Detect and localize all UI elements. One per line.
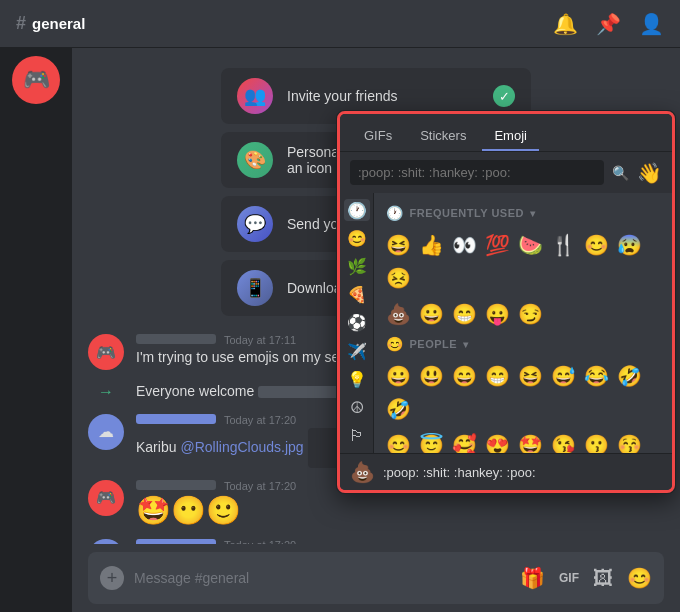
emoji-sweat[interactable]: 😰	[613, 229, 645, 261]
emoji-smirk[interactable]: 😏	[514, 298, 546, 330]
avatar-4: ☁	[88, 539, 124, 544]
emoji-picker-inner: GIFs Stickers Emoji 🔍 👋 🕐	[337, 111, 675, 493]
cat-symbols[interactable]: ☮	[344, 397, 370, 419]
e-grin[interactable]: 😁	[481, 360, 513, 392]
e-smiley[interactable]: 😃	[415, 360, 447, 392]
emoji-poop[interactable]: 💩	[382, 298, 414, 330]
emoji-search-bar: 🔍 👋	[340, 152, 672, 193]
header: # general 🔔 📌 👤	[0, 0, 680, 48]
e-laugh[interactable]: 😆	[514, 360, 546, 392]
message-input-bar: + Message #general 🎁 GIF 🖼 😊	[88, 552, 664, 604]
arrow-icon: →	[88, 383, 124, 401]
e-star-struck[interactable]: 🤩	[514, 429, 546, 453]
emoji-watermelon[interactable]: 🍉	[514, 229, 546, 261]
wave-emoji: 👋	[637, 161, 662, 185]
e-blush[interactable]: 😊	[382, 429, 414, 453]
tooltip-emoji-icon: 💩	[350, 460, 375, 484]
emoji-persevere[interactable]: 😣	[382, 262, 414, 294]
message-input[interactable]: Message #general	[134, 570, 510, 586]
cat-food[interactable]: 🍕	[344, 284, 370, 306]
server-panel: 🎮	[0, 48, 72, 612]
section-people: 😊 PEOPLE ▾	[382, 334, 664, 354]
emoji-icon[interactable]: 😊	[627, 566, 652, 590]
members-icon[interactable]: 👤	[639, 12, 664, 36]
emoji-fork[interactable]: 🍴	[547, 229, 579, 261]
checkmark-0: ✓	[493, 85, 515, 107]
emoji-picker-body: 🕐 😊 🌿 🍕 ⚽ ✈️ 💡 ☮ 🏳	[340, 193, 672, 453]
section-label-frequent: FREQUENTLY USED	[410, 207, 524, 219]
emoji-search-input[interactable]	[350, 160, 604, 185]
e-heart-eyes[interactable]: 😍	[481, 429, 513, 453]
section-chevron-frequent[interactable]: ▾	[530, 208, 536, 219]
emoji-tongue-out[interactable]: 😛	[481, 298, 513, 330]
tab-stickers[interactable]: Stickers	[408, 122, 478, 151]
msg-time-3: Today at 17:20	[224, 480, 296, 492]
e-rofl[interactable]: 🤣	[613, 360, 645, 392]
big-emoji-3: 🤩😶🙂	[136, 494, 664, 527]
emoji-grin[interactable]: 😀	[415, 298, 447, 330]
channel-name: # general	[16, 13, 85, 34]
welcome-icon-friends: 👥	[237, 78, 273, 114]
emoji-100[interactable]: 💯	[481, 229, 513, 261]
cat-nature[interactable]: 🌿	[344, 255, 370, 277]
emoji-eyes[interactable]: 👀	[448, 229, 480, 261]
username-karibu	[136, 414, 216, 424]
tab-gifs[interactable]: GIFs	[352, 122, 404, 151]
channel-title: general	[32, 15, 85, 32]
section-label-people: PEOPLE	[410, 338, 458, 350]
cat-flags[interactable]: 🏳	[344, 425, 370, 447]
people-row-2: 😊 😇 🥰 😍 🤩 😘 😗 😚 😙	[382, 429, 664, 453]
tab-emoji[interactable]: Emoji	[482, 122, 539, 151]
msg-content-4: Today at 17:20 😜	[136, 539, 664, 544]
attach-button[interactable]: +	[100, 566, 124, 590]
e-kissing-heart[interactable]: 😘	[547, 429, 579, 453]
people-row-1: 😀 😃 😄 😁 😆 😅 😂 🤣 🤣	[382, 360, 664, 425]
gift-icon[interactable]: 🎁	[520, 566, 545, 590]
gif-icon[interactable]: GIF	[559, 571, 579, 585]
msg-time-karibu: Today at 17:20	[224, 414, 296, 426]
emoji-grid: 🕐 FREQUENTLY USED ▾ 😆 👍 👀 💯 🍉 🍴	[374, 193, 672, 453]
e-hearts[interactable]: 🥰	[448, 429, 480, 453]
sticker-icon[interactable]: 🖼	[593, 567, 613, 590]
server-icon[interactable]: 🎮	[12, 56, 60, 104]
e-grinning[interactable]: 😀	[382, 360, 414, 392]
msg-time-4: Today at 17:20	[224, 539, 296, 544]
cat-objects[interactable]: 💡	[344, 368, 370, 390]
hash-icon: #	[16, 13, 26, 34]
e-joy[interactable]: 😂	[580, 360, 612, 392]
avatar-karibu: ☁	[88, 414, 124, 450]
cat-travel[interactable]: ✈️	[344, 340, 370, 362]
e-smile[interactable]: 😄	[448, 360, 480, 392]
avatar-1: 🎮	[88, 334, 124, 370]
welcome-label-0: Invite your friends	[287, 88, 479, 104]
welcome-icon-server: 🎨	[237, 142, 273, 178]
frequent-row-2: 💩 😀 😁 😛 😏	[382, 298, 664, 330]
e-kissing[interactable]: 😗	[580, 429, 612, 453]
search-icon: 🔍	[612, 165, 629, 181]
e-innocent[interactable]: 😇	[415, 429, 447, 453]
tooltip-text: :poop: :shit: :hankey: :poo:	[383, 465, 536, 480]
avatar-3: 🎮	[88, 480, 124, 516]
cat-people[interactable]: 😊	[344, 227, 370, 249]
emoji-thumbsup[interactable]: 👍	[415, 229, 447, 261]
notifications-icon[interactable]: 🔔	[553, 12, 578, 36]
username-4	[136, 539, 216, 544]
e-kissing-closed[interactable]: 😚	[613, 429, 645, 453]
emoji-beaming[interactable]: 😁	[448, 298, 480, 330]
emoji-laughing[interactable]: 😆	[382, 229, 414, 261]
pin-icon[interactable]: 📌	[596, 12, 621, 36]
section-frequently-used: 🕐 FREQUENTLY USED ▾	[382, 203, 664, 223]
e-rofl2[interactable]: 🤣	[382, 393, 414, 425]
emoji-picker[interactable]: GIFs Stickers Emoji 🔍 👋 🕐	[336, 110, 676, 494]
frequent-row-1: 😆 👍 👀 💯 🍉 🍴 😊 😰 😣	[382, 229, 664, 294]
emoji-smile[interactable]: 😊	[580, 229, 612, 261]
msg-time-1: Today at 17:11	[224, 334, 296, 346]
e-sweat-smile[interactable]: 😅	[547, 360, 579, 392]
cat-activity[interactable]: ⚽	[344, 312, 370, 334]
emoji-tabs: GIFs Stickers Emoji	[340, 114, 672, 152]
message-4: ☁ Today at 17:20 😜	[88, 539, 664, 544]
section-chevron-people[interactable]: ▾	[463, 339, 469, 350]
cat-recent[interactable]: 🕐	[344, 199, 370, 221]
header-icons: 🔔 📌 👤	[553, 12, 664, 36]
section-icon-recent: 🕐	[386, 205, 404, 221]
